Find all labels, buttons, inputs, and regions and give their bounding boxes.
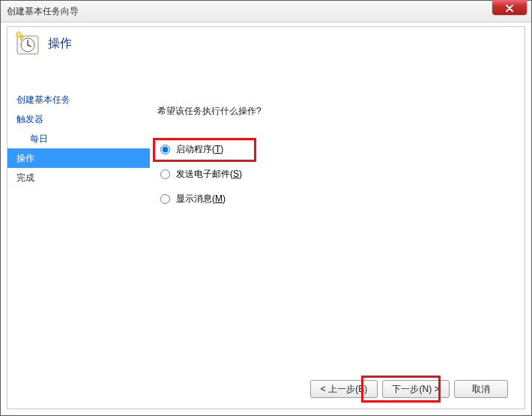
wizard-clock-icon (15, 31, 40, 57)
wizard-body: 操作 创建基本任务 触发器 每日 操作 完成 希望该任务执行什么操作? 启动程序… (7, 26, 525, 409)
page-title: 操作 (48, 36, 72, 52)
option-send-email-label: 发送电子邮件(S) (176, 168, 242, 181)
radio-start-program[interactable] (160, 145, 170, 154)
footer-buttons: < 上一步(B) 下一步(N) > 取消 (310, 380, 508, 398)
radio-show-message[interactable] (160, 194, 170, 204)
wizard-header: 操作 (7, 27, 525, 67)
next-button[interactable]: 下一步(N) > (382, 380, 450, 398)
panel-question: 希望该任务执行什么操作? (157, 105, 517, 118)
title-bar: 创建基本任务向导 (1, 1, 531, 22)
wizard-window: 创建基本任务向导 操作 创建基本任务 触发器 每日 操作 (0, 0, 532, 416)
step-trigger-daily[interactable]: 每日 (7, 129, 150, 148)
option-start-program-label: 启动程序(T) (176, 143, 223, 156)
back-button[interactable]: < 上一步(B) (310, 380, 378, 398)
step-action[interactable]: 操作 (7, 148, 150, 168)
radio-send-email[interactable] (160, 169, 170, 179)
close-button[interactable] (492, 0, 527, 15)
option-start-program[interactable]: 启动程序(T) (157, 143, 258, 156)
cancel-button[interactable]: 取消 (454, 380, 508, 398)
wizard-steps: 创建基本任务 触发器 每日 操作 完成 (7, 90, 150, 187)
option-show-message-label: 显示消息(M) (176, 193, 226, 205)
svg-point-2 (16, 32, 22, 37)
wizard-footer: < 上一步(B) 下一步(N) > 取消 (7, 371, 525, 409)
close-icon (506, 4, 513, 12)
option-send-email[interactable]: 发送电子邮件(S) (157, 168, 517, 181)
step-create-basic-task[interactable]: 创建基本任务 (7, 90, 150, 109)
option-show-message[interactable]: 显示消息(M) (157, 193, 517, 205)
step-finish[interactable]: 完成 (7, 168, 150, 187)
wizard-panel: 希望该任务执行什么操作? 启动程序(T) 发送电子邮件(S) (150, 90, 525, 371)
step-trigger[interactable]: 触发器 (7, 109, 150, 129)
window-title: 创建基本任务向导 (7, 5, 79, 18)
